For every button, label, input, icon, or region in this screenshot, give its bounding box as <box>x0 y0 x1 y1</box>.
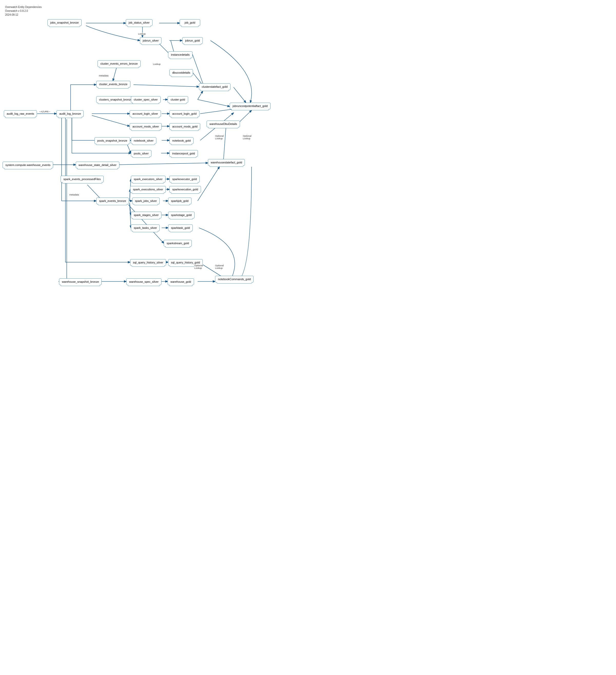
node-notebook_gold: notebook_gold <box>169 137 194 144</box>
svg-line-11 <box>198 91 203 99</box>
label-optional-lookup-2: OptionalLookup <box>243 135 252 140</box>
svg-line-40 <box>198 167 219 201</box>
node-notebookCommands_gold: notebookCommands_gold <box>215 276 254 283</box>
node-account_login_silver: account_login_silver <box>130 110 161 117</box>
node-warehouse_state_detail_silver: warehouse_state_detail_silver <box>76 162 119 168</box>
node-jobrun_gold: jobrun_gold <box>182 37 203 44</box>
header-info: Overwatch Entity Dependencies Overwatch … <box>5 5 42 17</box>
header-line1: Overwatch Entity Dependencies <box>5 5 42 9</box>
node-clusters_snapshot_bronze: clusters_snapshot_bronze <box>96 96 135 103</box>
node-spark_jobs_silver: spark_jobs_silver <box>132 198 160 204</box>
node-clusterstatefact_gold: clusterstatefact_gold <box>199 83 230 90</box>
svg-line-7 <box>133 85 199 87</box>
node-sparkexecution_gold: sparkexecution_gold <box>169 186 201 193</box>
node-account_login_gold: account_login_gold <box>169 110 199 117</box>
node-account_mods_gold: account_mods_gold <box>169 123 200 130</box>
node-sparkexecutor_gold: sparkexecutor_gold <box>169 176 200 182</box>
svg-line-34 <box>128 205 164 243</box>
node-spark_events_processedFiles: spark_events_processedFiles <box>61 176 104 182</box>
node-dbucostdetails: dbucostdetails <box>169 69 193 76</box>
label-optional-lookup-3: OptionalLookup <box>194 264 203 270</box>
node-sparkstream_gold: sparkstream_gold <box>164 240 192 246</box>
header-line3: 2024-08-12 <box>5 13 42 17</box>
svg-line-13 <box>233 87 246 102</box>
node-warehouseDbuDetails: warehouseDbuDetails <box>207 121 240 127</box>
node-cluster_spec_silver: cluster_spec_silver <box>131 96 161 103</box>
node-notebook_silver: notebook_silver <box>131 137 156 144</box>
node-jobs_snapshot_bronze: jobs_snapshot_bronze <box>48 19 82 26</box>
node-warehouse_snapshot_bronze: warehouse_snapshot_bronze <box>59 278 101 285</box>
node-spark_tasks_silver: spark_tasks_silver <box>131 224 160 231</box>
node-job_gold: job_gold <box>180 19 200 26</box>
label-lookup-2: Lookup <box>153 63 161 65</box>
node-spark_executors_silver: spark_executors_silver <box>131 176 165 182</box>
svg-line-21 <box>223 128 226 162</box>
node-audit_log_bronze: audit_log_bronze <box>57 110 84 117</box>
node-warehousestatefact_gold: warehousestatefact_gold <box>208 159 245 166</box>
node-sql_query_history_silver: sql_query_history_silver <box>130 259 166 266</box>
node-pools_snapshot_bronze: pools_snapshot_bronze <box>94 137 130 144</box>
header-line2: Overwatch v 0.8.2.0 <box>5 9 42 13</box>
node-warehouse_spec_silver: warehouse_spec_silver <box>126 278 161 285</box>
node-cluster_events_bronze: cluster_events_bronze <box>96 81 130 87</box>
node-sparkstage_gold: sparkstage_gold <box>168 212 195 218</box>
label-azure: ─AZURE─ <box>39 110 50 113</box>
node-cluster_gold: cluster gold <box>167 96 188 103</box>
svg-line-5 <box>113 67 117 81</box>
svg-line-4 <box>193 54 204 87</box>
node-jobrun_silver: jobrun_silver <box>140 37 161 44</box>
node-instancedetails: instancedetails <box>168 51 193 58</box>
node-sparktask_gold: sparktask_gold <box>168 224 193 231</box>
node-audit_log_raw_events: audit_log_raw_events <box>4 110 37 117</box>
node-instancepool_gold: instancepool_gold <box>169 150 198 157</box>
node-cluster_events_errors_bronze: cluster_events_errors_bronze <box>97 60 141 67</box>
node-sparkjob_gold: sparkjob_gold <box>168 198 192 204</box>
svg-line-27 <box>118 163 208 165</box>
svg-line-19 <box>200 109 233 114</box>
node-job_status_silver: job_status_silver <box>126 19 152 26</box>
label-optional-lookup-1: OptionalLookup <box>215 135 224 140</box>
node-warehouse_gold: warehouse_gold <box>167 278 194 285</box>
node-jobruncostpotentialfact_gold: jobruncostpotentialfact_gold <box>230 102 271 109</box>
label-lookup-1: Lookup <box>138 32 146 35</box>
label-optional-lookup-4: OptionalLookup <box>215 264 224 270</box>
node-account_mods_silver: account_mods_silver <box>130 123 162 130</box>
svg-line-12 <box>198 99 230 106</box>
svg-line-16 <box>92 116 130 126</box>
node-spark_executions_silver: spark_executions_silver <box>130 186 166 193</box>
node-pools_silver: pools_silver <box>131 150 151 157</box>
node-spark_events_bronze: spark_events_bronze <box>96 198 129 204</box>
label-metadata-1: metadata <box>99 74 109 77</box>
node-spark_stages_silver: spark_stages_silver <box>131 212 161 218</box>
label-metadata-2: metadata <box>69 194 79 196</box>
node-system_compute_warehouse_events: system.compute.warehouse_events <box>3 162 53 168</box>
